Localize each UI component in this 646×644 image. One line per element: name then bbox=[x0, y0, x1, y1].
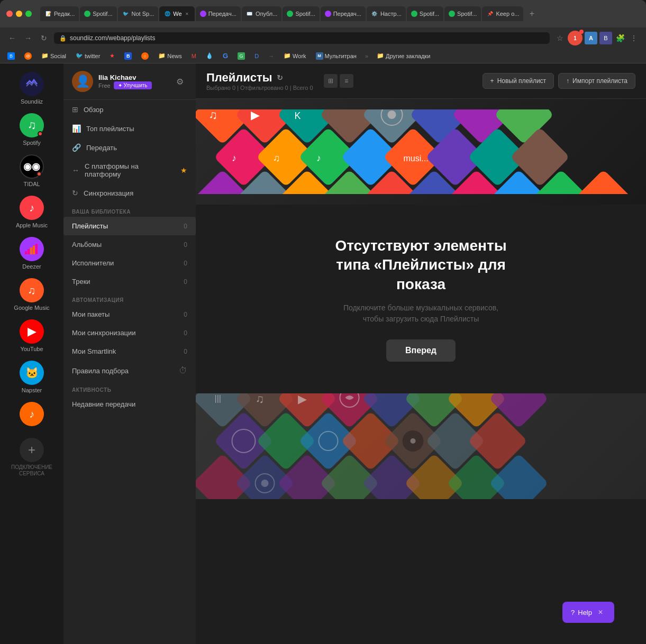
add-service-button[interactable]: + bbox=[20, 438, 44, 462]
service-deezer[interactable]: Deezer bbox=[0, 234, 63, 273]
bookmark-b[interactable]: B bbox=[121, 51, 135, 61]
service-youtube[interactable]: ▶ YouTube bbox=[0, 316, 63, 355]
tab-7[interactable]: Передач... bbox=[321, 6, 366, 21]
nav-sync[interactable]: ↻ Синхронизация bbox=[63, 183, 196, 203]
tab-5[interactable]: ✉️ Опубл... bbox=[242, 6, 282, 21]
maximize-button[interactable] bbox=[25, 11, 32, 17]
bookmark-circle[interactable]: ○ bbox=[138, 51, 152, 61]
nav-albums-count: 0 bbox=[184, 241, 187, 249]
tab-0[interactable]: 📝 Редак... bbox=[40, 6, 79, 21]
forward-button[interactable]: Вперед bbox=[386, 339, 456, 362]
bookmark-gmail[interactable]: M bbox=[188, 52, 199, 60]
bookmark-multitran[interactable]: M Мультитран bbox=[313, 51, 360, 61]
extra-avatar: ♪ bbox=[20, 402, 44, 426]
bookmark-arrow[interactable]: → bbox=[265, 52, 277, 60]
service-tidal[interactable]: ◉◉ TIDAL bbox=[0, 151, 63, 190]
import-playlist-button[interactable]: ↑ Импорт плейлиста bbox=[558, 73, 635, 89]
bookmark-news[interactable]: 📁 News bbox=[155, 51, 185, 60]
bookmark-google[interactable]: G bbox=[220, 51, 231, 61]
tab-label-8: Настр... bbox=[380, 11, 402, 17]
apple-music-avatar: ♪ bbox=[20, 196, 44, 220]
other-folder-icon: 📁 bbox=[377, 52, 384, 59]
help-button[interactable]: ? Help ✕ bbox=[562, 602, 614, 623]
help-close-button[interactable]: ✕ bbox=[595, 607, 606, 618]
reload-button[interactable]: ↻ bbox=[38, 32, 50, 44]
content-body: ♫ ▶ K bbox=[196, 99, 646, 644]
tab-3[interactable]: 🌐 We ✕ bbox=[159, 6, 194, 21]
back-button[interactable]: ← bbox=[6, 32, 18, 44]
bookmark-docs[interactable]: D bbox=[251, 52, 262, 60]
empty-subtitle: Подключите больше музыкальных сервисов, … bbox=[342, 302, 501, 325]
refresh-icon[interactable]: ↻ bbox=[277, 73, 283, 82]
nav-smartlink[interactable]: Мои Smartlink 0 bbox=[63, 342, 196, 361]
nav-my-syncs[interactable]: Мои синхронизации 0 bbox=[63, 324, 196, 342]
nav-recent-transfers[interactable]: Недавние передачи bbox=[63, 395, 196, 413]
upgrade-button[interactable]: ✦ Улучшить bbox=[114, 81, 152, 89]
bookmark-social[interactable]: 📁 Social bbox=[38, 51, 69, 60]
tab-close-icon[interactable]: ✕ bbox=[184, 11, 190, 17]
nav-transfer[interactable]: 🔗 Передать bbox=[63, 138, 196, 157]
bookmark-work[interactable]: 📁 Work bbox=[280, 51, 309, 60]
tab-favicon-10 bbox=[449, 11, 455, 17]
close-button[interactable] bbox=[6, 11, 13, 17]
svg-text:|||: ||| bbox=[215, 394, 221, 403]
tab-11[interactable]: 📌 Keep o... bbox=[482, 6, 523, 21]
nav-my-packages[interactable]: Мои пакеты 0 bbox=[63, 305, 196, 324]
folder-icon: 📁 bbox=[41, 52, 49, 59]
minimize-button[interactable] bbox=[16, 11, 22, 17]
bookmark-work-label: Work bbox=[293, 53, 306, 59]
nav-albums[interactable]: Альбомы 0 bbox=[63, 235, 196, 254]
nav-playlists[interactable]: Плейлисты 0 bbox=[63, 217, 196, 235]
apple-music-label: Apple Music bbox=[16, 222, 48, 228]
tab-9[interactable]: Spotif... bbox=[407, 6, 443, 21]
bookmark-star[interactable]: ☆ bbox=[554, 32, 566, 44]
svg-rect-3 bbox=[33, 246, 35, 254]
tab-10[interactable]: Spotif... bbox=[444, 6, 481, 21]
bookmark-bookmark-star2[interactable]: ★ bbox=[106, 51, 118, 60]
bookmark-water[interactable]: 💧 bbox=[203, 51, 216, 60]
nav-albums-label: Альбомы bbox=[72, 241, 102, 249]
nav-rules[interactable]: Правила подбора ⏱ bbox=[63, 361, 196, 381]
bookmark-twitter[interactable]: 🐦 twitter bbox=[72, 51, 103, 60]
url-bar[interactable]: 🔒 soundiiz.com/webapp/playlists bbox=[54, 32, 550, 44]
google-favicon: G bbox=[223, 52, 228, 60]
extensions-button[interactable]: 🧩 bbox=[614, 32, 626, 44]
nav-tracks[interactable]: Треки 0 bbox=[63, 272, 196, 291]
bookmark-mail[interactable]: @ bbox=[21, 51, 35, 61]
tab-1[interactable]: Spotif... bbox=[80, 6, 116, 21]
tab-label-4: Передач... bbox=[208, 11, 236, 17]
service-soundiiz[interactable]: Soundiiz bbox=[0, 69, 63, 108]
app-window: Soundiiz ♫ Spotify ◉◉ TIDAL ♪ Apple Musi… bbox=[0, 63, 646, 644]
tab-4[interactable]: Передач... bbox=[196, 6, 241, 21]
nav-artists-count: 0 bbox=[184, 260, 187, 267]
nav-sidebar: 👤 Ilia Kichaev Free ✦ Улучшить ⚙ ⊞ Обзор… bbox=[63, 63, 196, 644]
tab-2[interactable]: 🐦 Not Sp... bbox=[118, 6, 159, 21]
b-favicon: B bbox=[124, 52, 132, 60]
tab-8[interactable]: ⚙️ Настр... bbox=[367, 6, 406, 21]
menu-button[interactable]: ⋮ bbox=[628, 32, 640, 44]
service-apple-music[interactable]: ♪ Apple Music bbox=[0, 192, 63, 232]
nav-top-playlists[interactable]: 📊 Топ плейлисты bbox=[63, 119, 196, 138]
bookmark-vk[interactable]: В bbox=[4, 51, 18, 61]
service-google-music[interactable]: ♫ Google Music bbox=[0, 275, 63, 314]
nav-overview[interactable]: ⊞ Обзор bbox=[63, 100, 196, 119]
nav-platform[interactable]: ↔ С платформы на платформу ★ bbox=[63, 157, 196, 183]
new-playlist-button[interactable]: + Новый плейлист bbox=[483, 73, 554, 89]
twitter-favicon: 🐦 bbox=[76, 52, 83, 59]
bookmark-gsuite[interactable]: G bbox=[234, 51, 248, 61]
tab-6[interactable]: Spotif... bbox=[283, 6, 319, 21]
tab-label-5: Опубл... bbox=[256, 11, 278, 17]
settings-button[interactable]: ⚙ bbox=[172, 74, 187, 89]
service-spotify[interactable]: ♫ Spotify bbox=[0, 110, 63, 149]
list-view-button[interactable]: ≡ bbox=[340, 74, 353, 88]
napster-label: Napster bbox=[22, 387, 42, 393]
service-napster[interactable]: 🐱 Napster bbox=[0, 357, 63, 397]
new-tab-button[interactable]: + bbox=[524, 6, 539, 21]
bookmark-other[interactable]: 📁 Другие закладки bbox=[374, 51, 433, 60]
activity-section-header: АКТИВНОСТЬ bbox=[63, 381, 196, 395]
title-bar: 📝 Редак... Spotif... 🐦 Not Sp... 🌐 We ✕ … bbox=[0, 0, 646, 27]
grid-view-button[interactable]: ⊞ bbox=[324, 74, 338, 88]
forward-button[interactable]: → bbox=[22, 32, 34, 44]
service-extra[interactable]: ♪ bbox=[0, 399, 63, 429]
nav-artists[interactable]: Исполнители 0 bbox=[63, 254, 196, 272]
